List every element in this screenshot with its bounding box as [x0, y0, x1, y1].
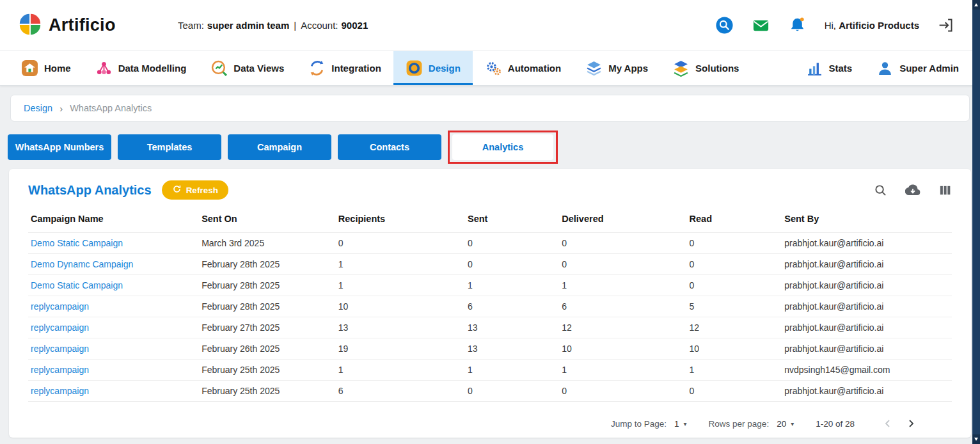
cell-recipients: 13 [336, 317, 465, 338]
table-row: replycampaign February 25th 2025 6 0 0 0… [28, 381, 952, 402]
campaign-link[interactable]: replycampaign [31, 322, 89, 333]
breadcrumb-design-link[interactable]: Design [24, 103, 52, 113]
cell-sent: 13 [465, 317, 559, 338]
tab-templates[interactable]: Templates [118, 134, 221, 160]
column-header-sent: Sent [465, 207, 559, 233]
column-header-sent-by: Sent By [782, 207, 952, 233]
column-header-recipients: Recipients [336, 207, 465, 233]
cell-read: 0 [687, 254, 782, 275]
nav-item-design[interactable]: Design [393, 51, 473, 85]
cell-read: 5 [687, 296, 782, 317]
breadcrumb: Design › WhatsApp Analytics [10, 95, 970, 122]
table-row: Demo Dynamc Campaign February 28th 2025 … [28, 254, 952, 275]
table-row: replycampaign February 25th 2025 1 1 1 1… [28, 360, 952, 381]
cell-sent-on: March 3rd 2025 [199, 233, 336, 254]
pagination: Jump to Page: 1 ▾ Rows per page: 20 ▾ 1-… [28, 408, 952, 434]
account-label: Account: [301, 20, 338, 31]
my-apps-icon [585, 59, 603, 77]
page-range: 1-20 of 28 [816, 419, 855, 429]
cell-sent-on: February 25th 2025 [199, 360, 336, 381]
brand-logo[interactable]: Artificio [18, 12, 178, 39]
nav-label: Home [44, 63, 71, 74]
campaign-link[interactable]: Demo Static Campaign [31, 280, 123, 290]
tab-contacts[interactable]: Contacts [338, 134, 441, 160]
table-search-icon[interactable] [874, 184, 887, 197]
notification-bell-icon[interactable] [788, 16, 807, 35]
jump-to-page-label: Jump to Page: [611, 419, 667, 429]
cell-read: 0 [687, 275, 782, 296]
home-icon [21, 59, 38, 77]
nav-label: Design [429, 63, 461, 74]
rows-per-page-select[interactable]: 20 ▾ [777, 419, 794, 429]
nav-item-my-apps[interactable]: My Apps [573, 51, 660, 85]
greeting-name: Artificio Products [839, 20, 919, 31]
integration-icon [308, 59, 326, 77]
mail-icon[interactable] [752, 16, 770, 35]
stats-icon [806, 59, 823, 77]
cell-read: 1 [687, 360, 782, 381]
rows-per-page-label: Rows per page: [709, 419, 770, 429]
cell-sent-on: February 28th 2025 [199, 296, 336, 317]
nav-item-data-modelling[interactable]: Data Modelling [83, 51, 199, 85]
nav-label: Data Modelling [118, 63, 187, 74]
nav-label: Data Views [233, 63, 284, 74]
campaign-link[interactable]: replycampaign [31, 301, 89, 312]
nav-item-solutions[interactable]: Solutions [660, 51, 751, 85]
cell-sent-by: prabhjot.kaur@artificio.ai [782, 381, 952, 402]
nav-item-stats[interactable]: Stats [794, 51, 865, 85]
scroll-up-button[interactable] [972, 0, 980, 10]
cell-recipients: 6 [336, 381, 465, 402]
tab-bar: WhatsApp Numbers Templates Campaign Cont… [8, 131, 980, 164]
cell-recipients: 1 [336, 254, 465, 275]
annotation-highlight-box: Analytics [448, 131, 558, 164]
nav-item-integration[interactable]: Integration [296, 51, 393, 85]
nav-item-home[interactable]: Home [9, 51, 83, 85]
cell-delivered: 0 [559, 233, 686, 254]
team-account-info: Team: super admin team | Account: 90021 [178, 20, 368, 31]
cell-sent: 13 [465, 338, 559, 360]
campaign-link[interactable]: Demo Dynamc Campaign [31, 259, 133, 269]
jump-to-page-select[interactable]: 1 ▾ [674, 419, 687, 429]
design-icon [406, 59, 423, 77]
team-label: Team: [178, 20, 204, 31]
refresh-icon [172, 184, 182, 196]
nav-label: Stats [829, 63, 853, 74]
table-row: replycampaign February 28th 2025 10 6 6 … [28, 296, 952, 317]
tab-analytics[interactable]: Analytics [452, 134, 553, 160]
next-page-button[interactable] [899, 418, 922, 429]
columns-icon[interactable] [938, 184, 952, 197]
separator: | [294, 20, 296, 31]
campaign-link[interactable]: replycampaign [31, 386, 89, 396]
campaign-link[interactable]: replycampaign [31, 365, 89, 375]
nav-label: Integration [331, 63, 381, 74]
cell-sent: 0 [465, 254, 559, 275]
rows-per-page-value: 20 [777, 419, 786, 429]
user-greeting: Hi, Artificio Products [825, 20, 919, 31]
nav-item-super-admin[interactable]: Super Admin [864, 51, 971, 85]
header-actions: Hi, Artificio Products [715, 16, 954, 35]
vertical-scrollbar[interactable] [972, 0, 980, 444]
previous-page-button[interactable] [876, 418, 899, 429]
tab-whatsapp-numbers[interactable]: WhatsApp Numbers [8, 134, 111, 160]
column-header-sent-on: Sent On [199, 207, 336, 233]
cell-delivered: 0 [559, 254, 686, 275]
cloud-download-icon[interactable] [905, 182, 921, 198]
cell-delivered: 1 [559, 360, 686, 381]
refresh-button[interactable]: Refresh [162, 180, 228, 200]
data-modelling-icon [95, 59, 113, 77]
tab-campaign[interactable]: Campaign [228, 134, 331, 160]
cell-recipients: 10 [336, 296, 465, 317]
cell-read: 0 [687, 381, 782, 402]
cell-sent-on: February 25th 2025 [199, 381, 336, 402]
campaign-link[interactable]: Demo Static Campaign [31, 238, 123, 248]
logout-icon[interactable] [937, 17, 954, 34]
table-row: replycampaign February 26th 2025 19 13 1… [28, 338, 952, 360]
search-icon[interactable] [715, 16, 734, 35]
table-header-row: Campaign Name Sent On Recipients Sent De… [28, 207, 952, 233]
nav-item-automation[interactable]: Automation [473, 51, 573, 85]
nav-item-data-views[interactable]: Data Views [198, 51, 296, 85]
campaign-link[interactable]: replycampaign [31, 344, 89, 354]
cell-sent-by: prabhjot.kaur@artificio.ai [782, 233, 952, 254]
cell-read: 0 [687, 233, 782, 254]
scroll-down-button[interactable] [972, 434, 980, 444]
